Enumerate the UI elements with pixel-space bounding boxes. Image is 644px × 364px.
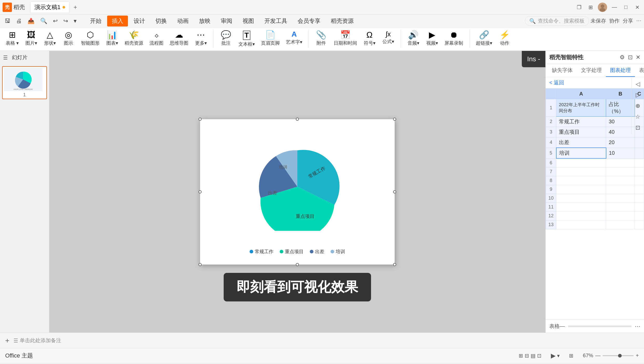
qa-export[interactable]: 📤	[25, 17, 37, 25]
zoom-slider[interactable]	[602, 355, 634, 356]
cell-3b[interactable]: 40	[606, 127, 635, 137]
ribbon-chart[interactable]: 📊 图表▾	[104, 30, 120, 47]
tab-animation[interactable]: 动画	[173, 16, 193, 26]
cell-9b[interactable]	[606, 185, 635, 194]
unsaved-status[interactable]: 未保存	[591, 17, 606, 24]
cell-6a[interactable]	[556, 158, 606, 167]
qa-save[interactable]: 🖫	[3, 17, 12, 25]
more-btn[interactable]: ⋯	[636, 17, 641, 24]
qa-redo[interactable]: ↪	[61, 17, 70, 25]
ribbon-formula[interactable]: ∫x 公式▾	[380, 30, 396, 46]
cell-4a[interactable]: 出差	[556, 137, 606, 148]
cell-10a[interactable]	[556, 194, 606, 203]
ribbon-hyperlink[interactable]: 🔗 超链接▾	[474, 30, 494, 47]
handle-ml[interactable]	[198, 190, 202, 193]
ribbon-attach[interactable]: 📎 附件	[313, 30, 329, 47]
cell-2a[interactable]: 常规工作	[556, 117, 606, 127]
handle-tl[interactable]	[198, 118, 202, 121]
add-slide-button[interactable]: +	[5, 336, 9, 345]
search-box[interactable]: 🔍 查找命令、搜索模板	[525, 16, 589, 26]
tab-resources[interactable]: 稻壳资源	[326, 16, 358, 26]
zoom-out[interactable]: —	[595, 353, 600, 359]
tab-transition[interactable]: 切换	[151, 16, 172, 26]
view-icon-1[interactable]: ⊞	[519, 353, 523, 359]
rpanel-tab-text[interactable]: 文字处理	[577, 64, 606, 77]
user-avatar[interactable]	[598, 3, 607, 12]
ribbon-header[interactable]: 📄 页眉页脚	[259, 30, 281, 47]
panel-expand-icon[interactable]: ⊡	[628, 54, 633, 61]
play-dropdown[interactable]: ▾	[557, 353, 560, 359]
qa-print[interactable]: 🖨	[14, 17, 24, 25]
collaborate-btn[interactable]: 协作	[609, 17, 620, 24]
grid-button[interactable]: ⊞	[586, 3, 595, 11]
panel-close-icon[interactable]: ✕	[636, 54, 640, 61]
tab-view[interactable]: 视图	[238, 16, 259, 26]
panel-tool-1[interactable]: ☰	[2, 53, 9, 62]
cell-10b[interactable]	[606, 194, 635, 203]
cell-5b[interactable]: 10	[606, 148, 635, 158]
ribbon-more[interactable]: ⋯ 更多▾	[193, 30, 209, 47]
handle-bl[interactable]	[198, 263, 202, 266]
panel-settings-icon[interactable]: ⚙	[620, 54, 625, 61]
tab-home[interactable]: 开始	[85, 16, 106, 26]
cell-11c[interactable]	[635, 203, 644, 211]
cell-11a[interactable]	[556, 203, 606, 211]
rpanel-tab-table[interactable]: 表格处理	[635, 64, 644, 77]
notes-area[interactable]: ☰ 单击此处添加备注	[13, 337, 61, 344]
cell-4b[interactable]: 20	[606, 137, 635, 148]
cell-12b[interactable]	[606, 211, 635, 220]
ribbon-symbol[interactable]: Ω 符号▾	[362, 30, 377, 47]
cell-9c[interactable]	[635, 185, 644, 194]
float-icon-2[interactable]: ▷	[634, 91, 642, 99]
view-icon-3[interactable]: ▤	[531, 353, 536, 359]
view-icon-4[interactable]: ⊡	[537, 353, 542, 359]
cell-13b[interactable]	[606, 220, 635, 229]
table-more-icon[interactable]: ⋯	[635, 323, 640, 330]
ribbon-video[interactable]: ▶ 视频▾	[424, 30, 440, 47]
tab-design[interactable]: 设计	[129, 16, 150, 26]
cell-5c[interactable]	[635, 148, 644, 158]
handle-tr[interactable]	[393, 118, 396, 121]
cell-6c[interactable]	[635, 158, 644, 167]
cell-3a[interactable]: 重点项目	[556, 127, 606, 137]
canvas-area[interactable]: Ins -	[49, 51, 545, 333]
back-button[interactable]: < 返回	[546, 77, 644, 89]
tab-member[interactable]: 会员专享	[293, 16, 325, 26]
cell-13a[interactable]	[556, 220, 606, 229]
cell-8b[interactable]	[606, 176, 635, 185]
cell-9a[interactable]	[556, 185, 606, 194]
rpanel-tab-font[interactable]: 缺失字体	[548, 64, 577, 77]
cell-10c[interactable]	[635, 194, 644, 203]
ribbon-table[interactable]: ⊞ 表格 ▾	[4, 30, 20, 47]
handle-tm[interactable]	[296, 118, 299, 121]
close-button[interactable]: ✕	[633, 3, 641, 11]
rpanel-tab-chart[interactable]: 图表处理	[606, 64, 635, 77]
cell-13c[interactable]	[635, 220, 644, 229]
share-btn[interactable]: 分享	[623, 17, 633, 24]
ribbon-image[interactable]: 🖼 图片▾	[23, 30, 39, 47]
cell-6b[interactable]	[606, 158, 635, 167]
restore-button[interactable]: ❐	[575, 3, 583, 11]
ribbon-datetime[interactable]: 📅 日期和时间	[332, 30, 359, 47]
qa-undo[interactable]: ↩	[51, 17, 60, 25]
float-icon-3[interactable]: ⊕	[634, 102, 642, 110]
cell-11b[interactable]	[606, 203, 635, 211]
ribbon-wordart[interactable]: A 艺术字▾	[284, 30, 304, 46]
cell-8a[interactable]	[556, 176, 606, 185]
cell-8c[interactable]	[635, 176, 644, 185]
zoom-in[interactable]: +	[636, 353, 639, 359]
tab-insert[interactable]: 插入	[107, 16, 128, 26]
ribbon-mindmap[interactable]: ☁ 思维导图	[168, 30, 190, 47]
handle-br[interactable]	[393, 263, 396, 266]
qa-search[interactable]: 🔍	[38, 17, 49, 25]
play-button[interactable]: ▶	[551, 352, 556, 359]
ribbon-smartart[interactable]: ⬡ 智能图形	[79, 30, 101, 47]
qa-more[interactable]: ▾	[72, 17, 79, 25]
cell-12c[interactable]	[635, 211, 644, 220]
handle-mr[interactable]	[393, 190, 396, 193]
ribbon-shape[interactable]: △ 形状▾	[42, 30, 58, 47]
cell-7c[interactable]	[635, 167, 644, 176]
slide-thumbnail-1[interactable]: 2022年上半年工作时间分布 1	[2, 66, 47, 99]
tab-review[interactable]: 审阅	[216, 16, 237, 26]
handle-bm[interactable]	[296, 263, 299, 266]
